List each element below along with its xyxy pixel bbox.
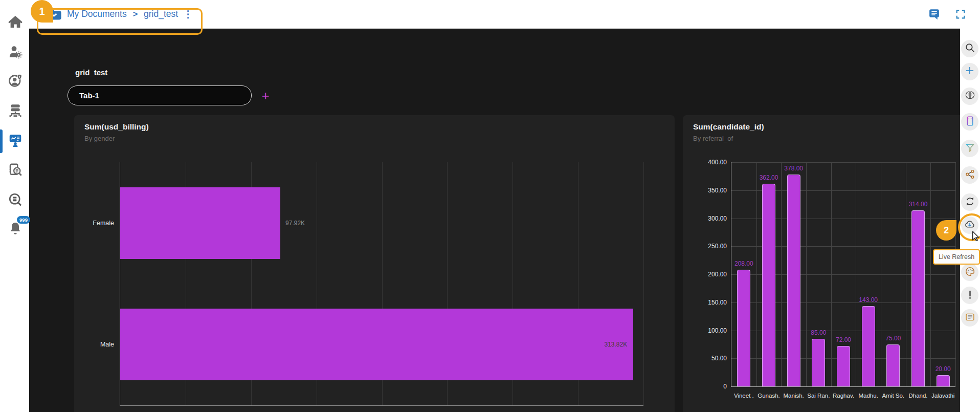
bar-chart-vertical: 400.00350.00300.00250.00200.00150.00100.… <box>731 162 955 387</box>
chart-subtitle: By referral_of <box>693 135 733 142</box>
top-bar: My Documents > grid_test ⋮ <box>0 0 980 29</box>
bar-value-label: 97.92K <box>285 220 305 227</box>
home-icon <box>8 15 23 32</box>
user-settings-icon <box>8 44 23 61</box>
chart-panel-usd-billing: Sum(usd_billing) By gender Female97.92KM… <box>74 115 675 412</box>
alert-exclamation-icon <box>965 289 975 302</box>
document-search-icon <box>8 162 23 180</box>
bar-4[interactable] <box>812 339 825 386</box>
toolbar-item-refresh[interactable] <box>961 193 978 211</box>
bar-male[interactable] <box>120 309 633 380</box>
category-label: Dhand. <box>908 393 927 399</box>
sidebar-item-data-search[interactable] <box>7 192 24 209</box>
bar-chart-horizontal: Female97.92KMale313.82K020.00K40.00K60.0… <box>120 162 643 406</box>
sidebar-item-document-search[interactable] <box>7 162 24 180</box>
tab-1[interactable]: Tab-1 <box>68 85 252 105</box>
bar-8[interactable] <box>911 210 925 386</box>
category-label: Vineet . <box>734 393 754 399</box>
bar-value-label: 20.00 <box>936 365 951 373</box>
breadcrumb-root[interactable]: My Documents <box>67 9 127 19</box>
gridline <box>643 162 644 405</box>
bar-6[interactable] <box>862 306 875 386</box>
y-tick-label: 50.00 <box>711 355 727 362</box>
bar-2[interactable] <box>762 184 775 386</box>
bar-value-label: 362.00 <box>760 174 778 181</box>
bar-1[interactable] <box>737 270 750 386</box>
bar-value-label: 85.00 <box>811 329 826 336</box>
gridline <box>930 162 931 386</box>
fullscreen-icon[interactable] <box>954 8 967 21</box>
page-title: grid_test <box>75 68 107 77</box>
chevron-right-icon: > <box>133 10 138 19</box>
ai-brain-icon <box>965 90 975 103</box>
notification-badge: 999 <box>17 216 30 224</box>
y-tick-label: 150.00 <box>708 299 727 306</box>
share-icon <box>965 169 975 182</box>
gridline <box>831 162 832 386</box>
filter-icon <box>965 142 975 155</box>
kebab-menu-icon[interactable]: ⋮ <box>183 8 193 20</box>
category-label: Manish. <box>784 393 804 399</box>
sidebar-item-user-shield[interactable] <box>7 73 24 91</box>
y-tick-label: 400.00 <box>708 159 727 166</box>
category-label: Female <box>93 220 114 227</box>
dashboard-presentation-icon <box>8 133 23 150</box>
bar-value-label: 75.00 <box>885 335 901 342</box>
gridline <box>731 162 955 163</box>
sidebar-item-home[interactable] <box>7 15 24 32</box>
gridline <box>906 162 906 386</box>
sidebar-item-user-settings[interactable] <box>7 44 24 61</box>
y-tick-label: 100.00 <box>708 327 727 334</box>
annotation-step-2: 2 <box>936 220 956 241</box>
toolbar-item-comment-note[interactable] <box>961 309 978 327</box>
toolbar-item-search[interactable] <box>961 40 978 57</box>
bar-value-label: 314.00 <box>909 201 928 208</box>
toolbar-item-share[interactable] <box>961 166 978 184</box>
breadcrumb-current[interactable]: grid_test <box>144 9 178 19</box>
report-card-icon <box>965 116 975 128</box>
y-tick-label: 350.00 <box>708 187 727 194</box>
sidebar-item-database-network[interactable] <box>7 103 24 120</box>
toolbar-item-alert-exclamation[interactable] <box>961 287 978 304</box>
y-tick-label: 250.00 <box>708 243 727 250</box>
toolbar-item-add[interactable] <box>961 63 978 80</box>
annotation-step-1: 1 <box>31 0 53 23</box>
live-refresh-tooltip: Live Refresh <box>933 249 980 265</box>
category-label: Amit So. <box>882 393 904 399</box>
bar-3[interactable] <box>787 175 800 386</box>
y-tick-label: 0 <box>723 383 727 390</box>
refresh-icon <box>965 196 975 209</box>
main-content: grid_test Tab-1 + Sum(usd_billing) By ge… <box>29 28 960 412</box>
app-root: My Documents > grid_test ⋮ 999 grid_test… <box>0 0 980 412</box>
sidebar-item-notifications-bell[interactable]: 999 <box>7 221 24 238</box>
toolbar-item-ai-brain[interactable] <box>961 88 978 105</box>
comments-icon[interactable] <box>927 8 941 21</box>
search-icon <box>965 42 975 55</box>
comment-note-icon <box>965 312 975 324</box>
sidebar-item-dashboard-presentation[interactable] <box>7 133 24 150</box>
active-indicator <box>0 129 3 153</box>
mouse-cursor <box>972 231 980 243</box>
bar-5[interactable] <box>837 346 850 386</box>
category-label: Jalavathi <box>931 393 954 399</box>
bar-female[interactable] <box>120 187 280 259</box>
live-refresh-cloud-icon <box>964 219 975 232</box>
toolbar-item-theme-palette[interactable] <box>961 264 978 281</box>
chart-title: Sum(usd_billing) <box>84 122 149 132</box>
gridline <box>955 162 956 386</box>
chart-title: Sum(candidate_id) <box>693 122 764 132</box>
category-label: Male <box>100 341 114 348</box>
bar-9[interactable] <box>937 375 950 386</box>
bar-value-label: 208.00 <box>734 260 753 267</box>
category-label: Sai Ran. <box>807 393 830 399</box>
gridline <box>756 162 757 386</box>
right-toolbar <box>960 28 980 412</box>
topbar-actions <box>927 0 967 28</box>
bar-7[interactable] <box>886 344 900 386</box>
gridline <box>781 162 782 386</box>
tab-1-label: Tab-1 <box>79 91 99 100</box>
toolbar-item-report-card[interactable] <box>961 113 978 131</box>
theme-palette-icon <box>965 266 975 279</box>
add-tab-button[interactable]: + <box>258 89 273 103</box>
toolbar-item-filter[interactable] <box>961 140 978 157</box>
